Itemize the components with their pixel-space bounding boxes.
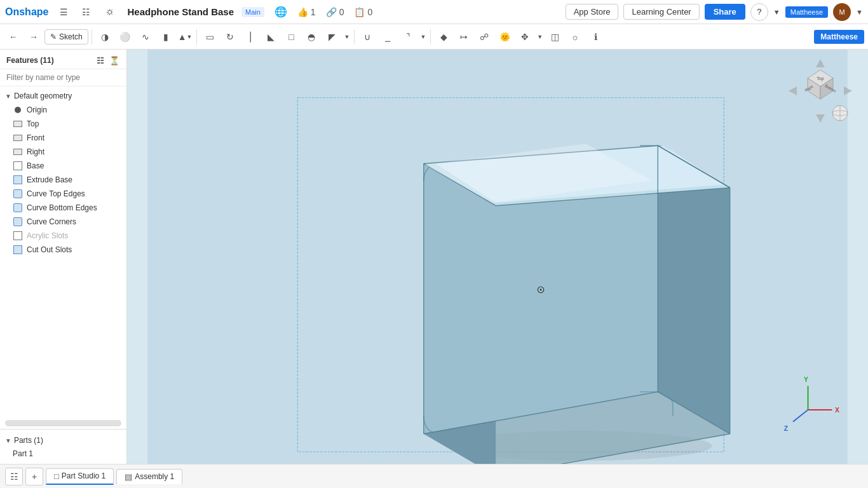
add-button[interactable]: + bbox=[25, 468, 43, 485]
toolbar: ← → ✎ Sketch ◑ ⚪ ∿ ▮ ▲▼ ▭ ↻ ⎪ ◣ □ ◓ ◤ ▼ … bbox=[0, 24, 868, 50]
revolve-button[interactable]: ↻ bbox=[220, 27, 240, 46]
tree-item-label: Front bbox=[27, 133, 44, 142]
tree-item-curve-bottom-edges[interactable]: Curve Bottom Edges bbox=[0, 201, 126, 215]
user-tab[interactable]: Mattheese bbox=[814, 30, 864, 44]
tree-item-curve-corners[interactable]: Curve Corners bbox=[0, 215, 126, 229]
tree-item-right[interactable]: Right bbox=[0, 145, 126, 159]
share-button[interactable]: Share bbox=[705, 4, 745, 20]
origin-icon bbox=[13, 105, 23, 115]
shape-dropdown[interactable]: ▲▼ bbox=[177, 30, 194, 43]
chevron-down-icon: ▼ bbox=[5, 93, 11, 100]
extrude-button[interactable]: ▭ bbox=[200, 27, 219, 46]
plane-icon bbox=[13, 119, 23, 129]
parts-section: ▼ Parts (1) Part 1 bbox=[0, 429, 126, 464]
chamfer-button[interactable]: ◤ bbox=[322, 27, 341, 46]
likes-section[interactable]: 👍 1 bbox=[297, 7, 316, 17]
avatar[interactable]: M bbox=[833, 3, 851, 21]
app-store-button[interactable]: App Store bbox=[566, 4, 619, 20]
svg-text:Top: Top bbox=[817, 76, 824, 81]
avatar-dropdown[interactable]: ▼ bbox=[856, 8, 863, 16]
sweep-button[interactable]: ⎪ bbox=[241, 27, 260, 46]
add-tab-icon[interactable]: ☷ bbox=[5, 468, 23, 485]
scrollbar[interactable] bbox=[5, 420, 121, 426]
tree-item-label: Base bbox=[27, 161, 44, 170]
tab2-label: Assembly 1 bbox=[135, 472, 174, 481]
svg-text:Y: Y bbox=[804, 376, 808, 383]
parts-group[interactable]: ▼ Parts (1) bbox=[0, 433, 126, 447]
spline-tool[interactable]: ∿ bbox=[136, 27, 155, 46]
tree-item-label: Curve Corners bbox=[27, 217, 76, 226]
annotation-button[interactable]: ℹ bbox=[586, 27, 605, 46]
help-button[interactable]: ? bbox=[750, 3, 768, 21]
3d-viewport: X Y Z bbox=[127, 50, 868, 464]
viewport[interactable]: X Y Z Top Right Bo bbox=[127, 50, 868, 464]
tree-item-cut-out-slots[interactable]: Cut Out Slots bbox=[0, 243, 126, 257]
tree-item-curve-top-edges[interactable]: Curve Top Edges bbox=[0, 187, 126, 201]
copies-section[interactable]: 📋 0 bbox=[354, 7, 372, 17]
learning-center-button[interactable]: Learning Center bbox=[623, 4, 699, 20]
fillet-icon bbox=[13, 203, 23, 213]
svg-point-22 bbox=[540, 289, 542, 291]
chevron-down-icon: ▼ bbox=[5, 437, 11, 444]
split-button[interactable]: ⎯ bbox=[378, 27, 397, 46]
filter-input[interactable] bbox=[0, 69, 126, 86]
copy-icon: 📋 bbox=[354, 7, 365, 17]
boolean-button[interactable]: ∪ bbox=[358, 27, 377, 46]
tab-part-studio-1[interactable]: □ Part Studio 1 bbox=[46, 468, 114, 485]
features-header: Features (11) ☷ ⏳ bbox=[0, 50, 126, 69]
settings-icon[interactable]: ⛭ bbox=[100, 3, 119, 22]
part-item-part1[interactable]: Part 1 bbox=[0, 447, 126, 460]
links-count: 0 bbox=[339, 7, 344, 17]
default-geometry-group[interactable]: ▼ Default geometry bbox=[0, 89, 126, 103]
likes-count: 1 bbox=[311, 7, 316, 17]
measure-button[interactable]: ↦ bbox=[454, 27, 473, 46]
globe-icon[interactable]: 🌐 bbox=[275, 6, 287, 18]
tree-item-front[interactable]: Front bbox=[0, 131, 126, 145]
tree-item-top[interactable]: Top bbox=[0, 117, 126, 131]
redo-button[interactable]: → bbox=[24, 27, 43, 46]
pattern-button[interactable]: ⌝ bbox=[398, 27, 417, 46]
import-button[interactable]: ◑ bbox=[95, 27, 114, 46]
links-section[interactable]: 🔗 0 bbox=[326, 7, 344, 17]
transform-button[interactable]: ✥ bbox=[515, 27, 534, 46]
svg-marker-32 bbox=[789, 86, 797, 95]
filter-tree-icon[interactable]: ☷ bbox=[95, 55, 106, 66]
filter-icon[interactable]: ☷ bbox=[76, 3, 95, 22]
undo-button[interactable]: ← bbox=[4, 27, 23, 46]
tree-item-base[interactable]: Base bbox=[0, 159, 126, 173]
display-button[interactable]: ☼ bbox=[566, 27, 585, 46]
view-button[interactable]: ◫ bbox=[545, 27, 564, 46]
tab-assembly-1[interactable]: ▤ Assembly 1 bbox=[116, 469, 182, 484]
sketch-button[interactable]: ✎ Sketch bbox=[44, 29, 88, 44]
menu-button[interactable]: ☰ bbox=[56, 4, 71, 20]
section-button[interactable]: ☍ bbox=[475, 27, 494, 46]
tree-item-label: Curve Top Edges bbox=[27, 189, 85, 198]
shell-button[interactable]: □ bbox=[281, 27, 301, 46]
mate-button[interactable]: ◆ bbox=[434, 27, 453, 46]
polygon-tool[interactable]: ▮ bbox=[156, 27, 175, 46]
user-tag[interactable]: Mattheese bbox=[785, 6, 828, 18]
branch-badge[interactable]: Main bbox=[241, 7, 264, 17]
thumbs-up-icon: 👍 bbox=[297, 7, 308, 17]
tree-item-acrylic-slots[interactable]: Acrylic Slots bbox=[0, 229, 126, 243]
view-dropdown[interactable]: ▼ bbox=[536, 32, 544, 41]
fillet-button[interactable]: ◓ bbox=[302, 27, 321, 46]
sketch-icon bbox=[13, 231, 23, 241]
circle-tool[interactable]: ⚪ bbox=[116, 27, 135, 46]
extrude-icon bbox=[13, 175, 23, 185]
fillet-icon bbox=[13, 189, 23, 199]
tree-item-label: Acrylic Slots bbox=[27, 231, 68, 240]
plane-icon bbox=[13, 147, 23, 157]
loft-button[interactable]: ◣ bbox=[261, 27, 280, 46]
onshape-logo[interactable]: Onshape bbox=[5, 6, 48, 18]
default-geometry-label: Default geometry bbox=[14, 92, 72, 100]
history-icon[interactable]: ⏳ bbox=[109, 55, 120, 66]
tree-item-extrude-base[interactable]: Extrude Base bbox=[0, 173, 126, 187]
fillet-dropdown[interactable]: ▼ bbox=[342, 32, 351, 41]
render-button[interactable]: 🌞 bbox=[495, 27, 514, 46]
nav-cube[interactable]: Top Right Bottom bbox=[785, 56, 855, 126]
user-dropdown[interactable]: ▼ bbox=[773, 8, 780, 16]
tree-item-origin[interactable]: Origin bbox=[0, 103, 126, 117]
pattern-dropdown[interactable]: ▼ bbox=[419, 32, 427, 41]
header-icons: ☷ ⏳ bbox=[95, 55, 120, 66]
